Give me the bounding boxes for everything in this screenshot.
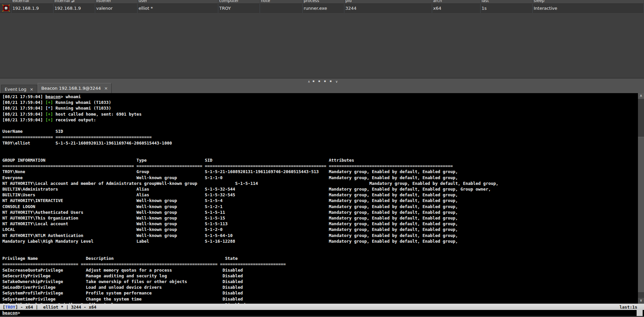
session-table: externalinternal▲▼listenerusercomputerno…: [0, 0, 644, 78]
console-line: [08/21 17:59:04] [+] host called home, s…: [2, 111, 638, 117]
tab-label: Event Log: [5, 87, 27, 92]
console-scrollbar[interactable]: ∧ ∨: [638, 93, 644, 304]
column-header-icon: [0, 0, 11, 3]
column-header-note[interactable]: note: [260, 0, 303, 3]
console-line: NT AUTHORITY\NTLM Authentication Well-kn…: [2, 233, 638, 238]
console-line: NT AUTHORITY\This Organization Well-know…: [2, 215, 638, 221]
cell-last[interactable]: 1s: [481, 4, 533, 13]
session-table-header: externalinternal▲▼listenerusercomputerno…: [0, 0, 644, 4]
column-header-computer[interactable]: computer: [218, 0, 260, 3]
beacon-session-row[interactable]: 192.168.1.9192.168.1.9valenorelliot *TRO…: [0, 4, 644, 13]
console-line: Privilege Name Description State: [2, 255, 638, 261]
console-line: SeLoadDriverPrivilege Load and unload de…: [2, 284, 638, 290]
column-header-pid[interactable]: pid: [344, 0, 432, 3]
console-line: NT AUTHORITY\Authenticated Users Well-kn…: [2, 209, 638, 215]
console-line: SeIncreaseQuotaPrivilege Adjust memory q…: [2, 267, 638, 273]
console-line: NT AUTHORITY\Local account Well-known gr…: [2, 221, 638, 227]
console-line: TROY\elliot S-1-5-21-1608920131-19611697…: [2, 140, 638, 146]
column-header-arch[interactable]: arch: [432, 0, 481, 3]
console-line: SeTakeOwnershipPrivilege Take ownership …: [2, 279, 638, 284]
console-line: NT AUTHORITY\Local account and member of…: [2, 181, 638, 186]
tab-close-icon[interactable]: ×: [104, 86, 108, 91]
console-line: SeSystemProfilePrivilege Profile system …: [2, 290, 638, 296]
column-header-last[interactable]: last: [481, 0, 533, 3]
console-line: TROY\None Group S-1-5-21-1608920131-1961…: [2, 169, 638, 174]
beacon-prompt[interactable]: beacon>: [0, 310, 644, 316]
cell-arch[interactable]: x64: [432, 4, 481, 13]
console-line: GROUP INFORMATION Type SID Attributes: [2, 157, 638, 163]
tab-close-icon[interactable]: ×: [30, 87, 34, 92]
console-line: [08/21 17:59:04] [+] Running whoami (T10…: [2, 100, 638, 105]
tab-event-log[interactable]: Event Log×: [1, 85, 37, 93]
cell-internal[interactable]: 192.168.1.9: [53, 4, 95, 13]
console-line: [2, 244, 638, 250]
cell-process[interactable]: runner.exe: [303, 4, 344, 13]
cell-external[interactable]: 192.168.1.9: [11, 4, 53, 13]
column-header-listener[interactable]: listener: [95, 0, 138, 3]
resize-corner: [637, 310, 643, 316]
beacon-icon: [0, 4, 11, 13]
console-line: [08/21 17:59:04] [*] Running whoami (T10…: [2, 105, 638, 111]
collapse-up-icon[interactable]: ∧: [308, 80, 310, 83]
console-line: UserName SID: [2, 128, 638, 134]
console-output: [08/21 17:59:04] beacon> whoami[08/21 17…: [0, 93, 638, 304]
console-line: [08/21 17:59:04] [+] received output:: [2, 117, 638, 123]
console-line: Everyone Well-known group S-1-1-0 Mandat…: [2, 175, 638, 181]
prompt-caret: >: [17, 310, 20, 315]
prompt-label: beacon: [2, 310, 17, 315]
scroll-down-icon[interactable]: ∨: [638, 298, 644, 304]
console-line: [08/21 17:59:04] beacon> whoami: [2, 94, 638, 100]
cell-pid[interactable]: 3244: [344, 4, 432, 13]
scroll-up-icon[interactable]: ∧: [638, 93, 644, 99]
console-line: NT AUTHORITY\INTERACTIVE Well-known grou…: [2, 198, 638, 203]
cell-sleep[interactable]: Interactive: [533, 4, 644, 13]
cell-computer[interactable]: TROY: [218, 4, 260, 13]
tab-beacon-192-168-1-9-3244[interactable]: Beacon 192.168.1.9@3244×: [38, 83, 112, 93]
column-header-user[interactable]: user: [138, 0, 218, 3]
tab-label: Beacon 192.168.1.9@3244: [41, 86, 101, 91]
console-line: SeSecurityPrivilege Manage auditing and …: [2, 273, 638, 279]
console-line: SeSystemtimePrivilege Change the system …: [2, 296, 638, 302]
column-header-external[interactable]: external: [11, 0, 53, 3]
column-header-sleep[interactable]: sleep: [533, 0, 644, 3]
splitter-grip-icon[interactable]: ▪ ▪ ▪ ▪: [312, 79, 333, 83]
column-header-internal[interactable]: internal▲▼: [53, 0, 95, 3]
console-line: ========================================…: [2, 163, 638, 169]
console-line: [2, 123, 638, 128]
status-last-checkin: last:1s: [619, 305, 641, 310]
scrollbar-thumb[interactable]: [638, 137, 644, 292]
status-bar: [TROY] - x64 | elliot * | 3244 - x64 las…: [0, 304, 644, 310]
cell-note[interactable]: [260, 4, 303, 13]
console-line: [2, 250, 638, 255]
console-line: BUILTIN\Administrators Alias S-1-5-32-54…: [2, 186, 638, 192]
cell-listener[interactable]: valenor: [95, 4, 138, 13]
console-line: CONSOLE LOGON Well-known group S-1-2-1 M…: [2, 204, 638, 209]
sort-indicator-icon: ▲▼: [70, 0, 74, 3]
console-line: [2, 146, 638, 152]
console-line: LOCAL Well-known group S-1-2-0 Mandatory…: [2, 227, 638, 232]
tab-bar: Event Log×Beacon 192.168.1.9@3244×: [0, 84, 644, 93]
splitter-handle[interactable]: ∧ ▪ ▪ ▪ ▪ ∨: [308, 79, 338, 84]
console-line: Mandatory Label\High Mandatory Level Lab…: [2, 238, 638, 244]
column-header-process[interactable]: process: [303, 0, 344, 3]
console-line: BUILTIN\Users Alias S-1-5-32-545 Mandato…: [2, 192, 638, 198]
collapse-down-icon[interactable]: ∨: [335, 80, 338, 83]
console-line: ==================== ===================…: [2, 134, 638, 140]
console-line: ============================== =========…: [2, 261, 638, 267]
status-session-info: [TROY] - x64 | elliot * | 3244 - x64: [3, 305, 96, 310]
console-line: [2, 152, 638, 157]
cobalt-strike-window: externalinternal▲▼listenerusercomputerno…: [0, 0, 644, 317]
cell-user[interactable]: elliot *: [138, 4, 218, 13]
